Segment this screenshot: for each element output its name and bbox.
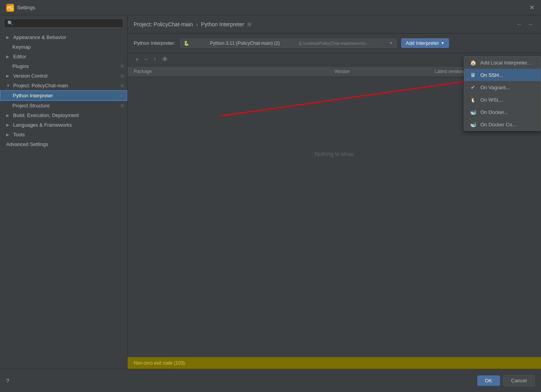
sidebar-item-plugins[interactable]: Plugins ⊞ [0, 61, 127, 71]
on-ssh-label: On SSH... [480, 72, 503, 78]
sidebar-item-project-structure[interactable]: Project Structure ⊞ [0, 101, 127, 110]
settings-icon-python: ⊞ [120, 93, 124, 98]
add-local-icon: 🏠 [470, 59, 476, 66]
on-docker-compose-icon: 🐋 [470, 121, 476, 128]
dropdown-item-on-ssh[interactable]: 🖥 On SSH... [464, 69, 541, 81]
expand-arrow-editor: ▶ [6, 54, 11, 59]
show-early-access-button[interactable]: 👁 [160, 55, 170, 64]
update-package-button[interactable]: ↑ [152, 55, 158, 64]
sidebar: 🔍 ▶ Appearance & Behavior Keymap ▶ Edito… [0, 15, 128, 369]
sidebar-item-editor[interactable]: ▶ Editor [0, 52, 127, 61]
search-box[interactable]: 🔍 [4, 19, 123, 28]
sidebar-item-version-control[interactable]: ▶ Version Control ⊞ [0, 71, 127, 81]
app-icon: PC [6, 4, 14, 12]
breadcrumb: Project: PolicyChat-main › Python Interp… [134, 21, 251, 27]
interpreter-dropdown-arrow: ▼ [389, 41, 393, 45]
interpreter-select[interactable]: 🐍 Python 3.11 (PolicyChat-main) (2) E:\c… [180, 39, 396, 48]
on-vagrant-label: On Vagrant... [480, 85, 510, 90]
sidebar-item-label-appearance: Appearance & Behavior [13, 34, 66, 40]
search-icon: 🔍 [7, 20, 13, 26]
col-version: Version [334, 69, 435, 74]
on-vagrant-icon: ✔ [470, 84, 476, 91]
add-local-label: Add Local Interpreter... [480, 60, 531, 66]
interpreter-row: Python Interpreter: 🐍 Python 3.11 (Polic… [128, 34, 541, 53]
sidebar-item-keymap[interactable]: Keymap [0, 42, 127, 52]
on-docker-label: On Docker... [480, 109, 508, 115]
col-package: Package [134, 69, 334, 74]
ok-button[interactable]: OK [477, 375, 500, 386]
breadcrumb-part1: Project: PolicyChat-main [134, 21, 193, 27]
on-wsl-icon: 🐧 [470, 96, 476, 103]
on-docker-compose-label: On Docker Co... [480, 122, 516, 127]
sidebar-item-label-plugins: Plugins [12, 63, 29, 69]
sidebar-item-label-project: Project: PolicyChat-main [13, 83, 68, 88]
sidebar-item-label-advanced: Advanced Settings [6, 141, 48, 147]
sidebar-item-project[interactable]: ▼ Project: PolicyChat-main ⊞ [0, 81, 127, 90]
cancel-button[interactable]: Cancel [503, 375, 535, 386]
status-message: Non-zero exit code (103). [134, 360, 186, 366]
close-button[interactable]: ✕ [529, 5, 535, 11]
expand-arrow-tools: ▶ [6, 132, 11, 137]
title-bar-left: PC Settings [6, 4, 35, 12]
title-bar: PC Settings ✕ [0, 0, 541, 15]
sidebar-item-label-editor: Editor [13, 54, 26, 59]
sidebar-item-label-vc: Version Control [13, 73, 48, 79]
expand-arrow-vc: ▶ [6, 74, 11, 78]
expand-arrow-languages: ▶ [6, 123, 11, 127]
sidebar-item-python-interpreter[interactable]: Python Interpreter ⊞ [0, 90, 127, 101]
dropdown-item-add-local[interactable]: 🏠 Add Local Interpreter... [464, 56, 541, 69]
main-layout: 🔍 ▶ Appearance & Behavior Keymap ▶ Edito… [0, 15, 541, 369]
sidebar-item-appearance[interactable]: ▶ Appearance & Behavior [0, 32, 127, 42]
breadcrumb-part2: Python Interpreter [201, 21, 244, 27]
settings-icon-structure: ⊞ [121, 103, 124, 108]
bottom-bar: ? OK Cancel [0, 369, 541, 392]
interpreter-path: E:\code\ai\PolicyChat-main\venv\Sc... [299, 41, 370, 46]
sidebar-item-label-build: Build, Execution, Deployment [13, 112, 79, 118]
sidebar-item-label-tools: Tools [13, 132, 25, 137]
nav-back-button[interactable]: ← [515, 20, 524, 29]
expand-arrow-project: ▼ [6, 83, 11, 88]
help-button[interactable]: ? [6, 378, 9, 384]
status-bar: Non-zero exit code (103). [128, 357, 541, 369]
on-docker-icon: 🐋 [470, 109, 476, 115]
sidebar-item-label-languages: Languages & Frameworks [13, 122, 72, 128]
nav-forward-button[interactable]: → [526, 20, 535, 29]
nav-arrows: ← → [515, 20, 535, 29]
on-ssh-icon: 🖥 [470, 71, 476, 78]
sidebar-item-advanced-settings[interactable]: Advanced Settings [0, 139, 127, 149]
add-interpreter-dropdown: 🏠 Add Local Interpreter... 🖥 On SSH... ✔… [464, 56, 541, 131]
dropdown-item-on-docker-compose[interactable]: 🐋 On Docker Co... [464, 118, 541, 131]
settings-icon-project: ⊞ [121, 83, 124, 88]
window-title: Settings [17, 5, 35, 10]
dropdown-item-on-docker[interactable]: 🐋 On Docker... [464, 106, 541, 118]
add-package-button[interactable]: + [134, 55, 140, 64]
breadcrumb-icon: ⊞ [247, 22, 251, 27]
remove-package-button[interactable]: − [143, 55, 149, 64]
expand-arrow-appearance: ▶ [6, 35, 11, 39]
sidebar-items: ▶ Appearance & Behavior Keymap ▶ Editor … [0, 31, 127, 369]
python-icon: 🐍 [184, 41, 189, 46]
interpreter-label: Python Interpreter: [134, 40, 175, 46]
sidebar-item-label-python: Python Interpreter [13, 93, 53, 98]
breadcrumb-separator: › [196, 21, 198, 27]
content-area: Project: PolicyChat-main › Python Interp… [128, 15, 541, 369]
sidebar-item-tools[interactable]: ▶ Tools [0, 130, 127, 139]
dropdown-item-on-wsl[interactable]: 🐧 On WSL... [464, 93, 541, 106]
dropdown-item-on-vagrant[interactable]: ✔ On Vagrant... [464, 81, 541, 93]
settings-icon-plugins: ⊞ [121, 64, 124, 69]
sidebar-item-label-structure: Project Structure [12, 103, 50, 109]
sidebar-item-languages[interactable]: ▶ Languages & Frameworks [0, 120, 127, 130]
content-header: Project: PolicyChat-main › Python Interp… [128, 15, 541, 34]
sidebar-item-label-keymap: Keymap [12, 44, 31, 50]
add-interpreter-label: Add Interpreter [406, 40, 439, 46]
add-interpreter-caret: ▼ [441, 41, 444, 45]
interpreter-value: Python 3.11 (PolicyChat-main) (2) [210, 41, 280, 46]
search-input[interactable] [15, 20, 120, 26]
add-interpreter-button[interactable]: Add Interpreter ▼ [401, 38, 449, 48]
on-wsl-label: On WSL... [480, 97, 504, 103]
settings-icon-vc: ⊞ [121, 73, 124, 78]
expand-arrow-build: ▶ [6, 113, 11, 117]
sidebar-item-build[interactable]: ▶ Build, Execution, Deployment [0, 110, 127, 120]
